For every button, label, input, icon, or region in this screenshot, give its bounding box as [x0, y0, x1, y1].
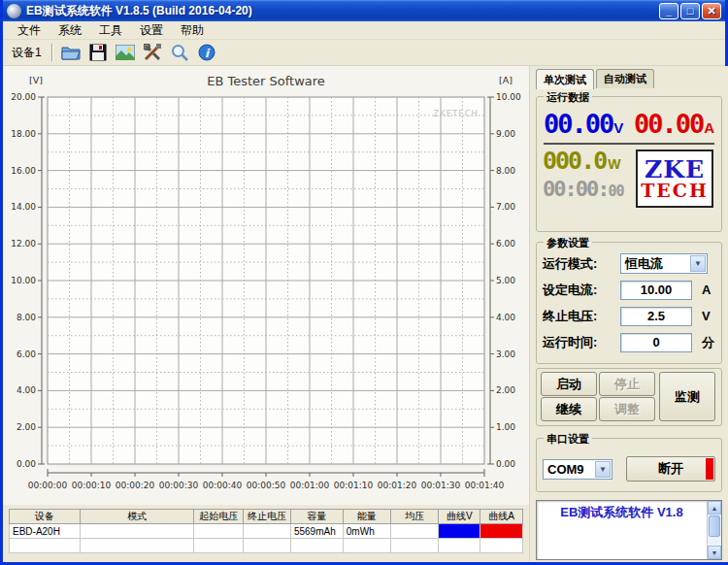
log-text: EB测试系统软件 V1.8	[537, 501, 707, 559]
run-mode-select[interactable]: 恒电流 ▼	[620, 253, 708, 274]
save-icon[interactable]	[86, 42, 110, 63]
col-start-voltage: 起始电压	[194, 510, 244, 524]
com-port-value: COM9	[544, 462, 595, 477]
tools-icon[interactable]	[141, 42, 164, 63]
cell-end-voltage	[244, 539, 291, 553]
col-curve-a: 曲线A	[480, 510, 523, 524]
run-mode-label: 运行模式:	[543, 255, 620, 273]
cutoff-voltage-row: 终止电压: V	[543, 303, 715, 329]
scroll-up-icon[interactable]: ▲	[708, 501, 721, 515]
menu-help[interactable]: 帮助	[172, 21, 213, 40]
col-curve-v: 曲线V	[439, 510, 480, 524]
log-scrollbar[interactable]: ▲ ▼	[707, 501, 721, 559]
cell-avg-voltage	[390, 539, 439, 553]
menu-file[interactable]: 文件	[9, 21, 50, 40]
cell-start-voltage	[194, 524, 244, 539]
menu-tools[interactable]: 工具	[90, 21, 131, 40]
cell-start-voltage	[194, 539, 244, 553]
current-unit: A	[704, 119, 714, 136]
disconnect-button[interactable]: 断开	[626, 456, 715, 482]
svg-text:12.00: 12.00	[11, 239, 36, 249]
toolbar: 设备1 i	[3, 40, 725, 66]
svg-text:00:00:00: 00:00:00	[28, 481, 68, 490]
svg-text:8.00: 8.00	[496, 166, 515, 176]
serial-settings-group: 串口设置 COM9 ▼ 断开	[536, 438, 722, 492]
run-mode-value: 恒电流	[621, 255, 690, 273]
run-data-divider	[544, 143, 714, 145]
scrollbar-thumb[interactable]	[709, 515, 720, 537]
tab-single-test[interactable]: 单次测试	[536, 69, 594, 89]
power-display: 000.0	[543, 147, 606, 175]
disconnect-label: 断开	[658, 461, 683, 476]
result-table-wrap: 设备 模式 起始电压 终止电压 容量 能量 均压 曲线V 曲线A EBD-A20…	[3, 505, 529, 562]
voltage-unit: V	[613, 119, 623, 136]
com-port-select[interactable]: COM9 ▼	[543, 459, 612, 480]
param-settings-title: 参数设置	[544, 236, 592, 250]
image-icon[interactable]	[114, 42, 137, 63]
svg-text:10.00: 10.00	[11, 276, 36, 285]
svg-text:6.00: 6.00	[496, 239, 515, 249]
info-icon[interactable]: i	[195, 42, 218, 63]
param-settings-group: 参数设置 运行模式: 恒电流 ▼ 设定电流: A 终止电压: V	[536, 242, 722, 364]
svg-text:10.00: 10.00	[496, 92, 521, 102]
window-title: EB测试系统软件 V1.8.5 (Build 2016-04-20)	[26, 3, 657, 19]
right-panel: 单次测试 自动测试 运行数据 00.00 V 00.00 A	[529, 66, 728, 562]
search-icon[interactable]	[168, 42, 191, 63]
power-unit: W	[608, 156, 620, 172]
continue-button[interactable]: 继续	[541, 397, 597, 421]
col-mode: 模式	[81, 510, 194, 524]
table-row[interactable]	[10, 539, 523, 553]
run-time-input[interactable]	[620, 333, 692, 352]
close-icon: ✕	[707, 6, 715, 16]
svg-text:4.00: 4.00	[17, 385, 36, 395]
col-capacity: 容量	[290, 510, 343, 524]
cell-energy	[343, 539, 390, 553]
svg-text:00:00:40: 00:00:40	[203, 481, 243, 490]
title-bar: EB测试系统软件 V1.8.5 (Build 2016-04-20) _ □ ✕	[3, 0, 725, 21]
stop-button: 停止	[599, 372, 655, 396]
chevron-down-icon[interactable]: ▼	[690, 255, 706, 272]
menu-settings[interactable]: 设置	[131, 21, 172, 40]
svg-text:6.00: 6.00	[17, 349, 36, 359]
scroll-down-icon[interactable]: ▼	[708, 546, 721, 559]
cell-capacity	[290, 539, 343, 553]
cell-avg-voltage	[390, 524, 439, 539]
maximize-button[interactable]: □	[680, 3, 700, 19]
control-buttons-frame: 启动 停止 继续 调整 监测	[536, 368, 722, 426]
svg-text:ZKETECH: ZKETECH	[433, 109, 479, 118]
connection-status-stripe	[706, 458, 713, 480]
svg-text:00:01:00: 00:01:00	[290, 481, 330, 490]
run-time-row: 运行时间: 分	[543, 329, 715, 355]
cell-curve-v-swatch	[439, 539, 480, 553]
tab-strip: 单次测试 自动测试	[536, 70, 722, 88]
cell-mode	[81, 524, 194, 539]
run-data-title: 运行数据	[544, 90, 592, 105]
close-button[interactable]: ✕	[702, 3, 721, 19]
cell-mode	[81, 539, 194, 553]
current-display: 00.00	[634, 109, 703, 139]
tab-auto-test[interactable]: 自动测试	[596, 69, 654, 88]
table-row[interactable]: EBD-A20H 5569mAh 0mWh	[10, 524, 523, 539]
chevron-down-icon[interactable]: ▼	[595, 461, 611, 478]
col-end-voltage: 终止电压	[244, 510, 291, 524]
svg-text:8.00: 8.00	[17, 313, 36, 322]
svg-text:20.00: 20.00	[11, 92, 36, 102]
open-icon[interactable]	[59, 42, 83, 63]
logo-text-top: ZKE	[645, 157, 705, 182]
svg-text:4.00: 4.00	[496, 313, 515, 322]
svg-text:5.00: 5.00	[496, 276, 515, 285]
menu-system[interactable]: 系统	[50, 21, 90, 40]
log-box[interactable]: EB测试系统软件 V1.8 ▲ ▼	[536, 500, 722, 560]
result-table[interactable]: 设备 模式 起始电压 终止电压 容量 能量 均压 曲线V 曲线A EBD-A20…	[9, 509, 523, 553]
cutoff-voltage-input[interactable]	[620, 307, 692, 326]
set-current-input[interactable]	[620, 281, 692, 300]
svg-text:EB Tester Software: EB Tester Software	[207, 74, 325, 88]
col-device: 设备	[10, 510, 81, 524]
start-button[interactable]: 启动	[541, 372, 597, 396]
svg-text:16.00: 16.00	[11, 166, 36, 176]
device-button[interactable]: 设备1	[7, 42, 47, 64]
scrollbar-track[interactable]	[708, 538, 721, 546]
cell-capacity: 5569mAh	[290, 524, 343, 539]
monitor-button[interactable]: 监测	[659, 372, 715, 421]
minimize-button[interactable]: _	[659, 3, 678, 19]
